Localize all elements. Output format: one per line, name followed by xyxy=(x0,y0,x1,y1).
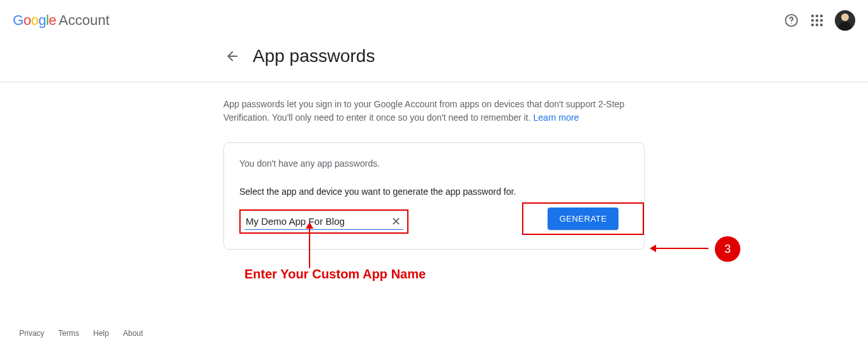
app-name-input-highlight: ✕ xyxy=(239,209,408,234)
learn-more-link[interactable]: Learn more xyxy=(534,112,580,123)
app-name-input[interactable] xyxy=(244,213,403,230)
avatar[interactable] xyxy=(835,10,855,31)
clear-input-icon[interactable]: ✕ xyxy=(391,215,401,229)
annotation-arrow-input xyxy=(309,223,310,268)
footer-terms-link[interactable]: Terms xyxy=(58,329,79,338)
no-passwords-text: You don't have any app passwords. xyxy=(239,158,629,169)
svg-point-1 xyxy=(791,23,791,24)
generate-button-highlight: GENERATE xyxy=(522,202,644,235)
footer-help-link[interactable]: Help xyxy=(93,329,109,338)
account-word: Account xyxy=(59,12,110,29)
app-header: Google Account xyxy=(0,0,868,41)
annotation-text-input: Enter Your Custom App Name xyxy=(244,267,426,282)
apps-icon[interactable] xyxy=(809,13,825,28)
annotation-arrow-generate xyxy=(651,248,708,249)
footer-about-link[interactable]: About xyxy=(123,329,143,338)
footer: Privacy Terms Help About xyxy=(19,329,143,338)
app-passwords-card: You don't have any app passwords. Select… xyxy=(223,142,645,250)
select-app-label: Select the app and device you want to ge… xyxy=(239,186,629,197)
logo-area[interactable]: Google Account xyxy=(13,12,110,29)
footer-privacy-link[interactable]: Privacy xyxy=(19,329,44,338)
description-text: App passwords let you sign in to your Go… xyxy=(223,98,645,125)
annotation-step-badge: 3 xyxy=(715,236,740,262)
main-content: App passwords let you sign in to your Go… xyxy=(223,82,645,250)
page-title: App passwords xyxy=(253,46,375,66)
back-arrow-icon[interactable] xyxy=(225,49,240,64)
google-logo: Google xyxy=(13,12,56,29)
generate-button[interactable]: GENERATE xyxy=(548,208,618,230)
header-right xyxy=(784,10,855,31)
help-icon[interactable] xyxy=(784,13,799,28)
title-row: App passwords xyxy=(0,41,868,82)
